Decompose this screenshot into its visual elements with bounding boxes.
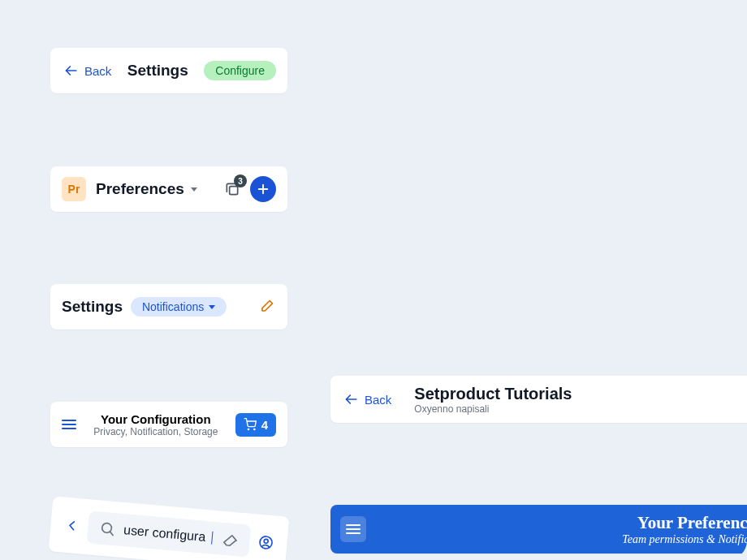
hamburger-icon[interactable] <box>346 524 361 534</box>
svg-point-2 <box>253 429 254 429</box>
banner-subtitle: Team permissions & Notifications <box>376 533 747 546</box>
search-value: user configura <box>123 523 206 545</box>
banner-your-preferences: Your Preferences Team permissions & Noti… <box>330 505 747 554</box>
pencil-icon[interactable] <box>257 297 276 317</box>
notifications-chip[interactable]: Notifications <box>131 297 227 317</box>
copy-count-badge: 3 <box>234 174 247 187</box>
add-button[interactable] <box>250 176 276 202</box>
page-subtitle: Privacy, Notification, Storage <box>81 426 231 437</box>
dropdown-caret[interactable] <box>191 187 197 192</box>
page-title: Setproduct Tutorials <box>414 385 572 403</box>
back-link[interactable]: Back <box>84 64 111 78</box>
svg-rect-0 <box>230 187 238 195</box>
page-title: Settings <box>127 62 188 80</box>
search-icon <box>97 518 118 539</box>
user-circle-icon[interactable] <box>256 532 277 553</box>
arrow-left-icon[interactable] <box>62 61 81 80</box>
banner-title: Your Preferences <box>376 513 747 533</box>
chevron-down-icon <box>209 305 215 309</box>
chip-label: Notifications <box>142 300 204 313</box>
header-setproduct: Back Setproduct Tutorials Oxyenno napisa… <box>330 376 747 423</box>
header-preferences: Pr Preferences 3 <box>50 166 287 212</box>
eraser-icon[interactable] <box>220 529 241 550</box>
arrow-left-icon[interactable] <box>342 390 361 409</box>
cart-button[interactable]: 4 <box>235 413 276 437</box>
page-title: Settings <box>62 298 123 316</box>
header-settings-notifications: Settings Notifications <box>50 284 287 330</box>
configure-chip[interactable]: Configure <box>204 61 276 80</box>
header-search-tilted: user configura <box>49 496 290 560</box>
svg-point-1 <box>248 429 248 429</box>
page-title: Your Configuration <box>81 412 231 426</box>
pr-badge: Pr <box>62 177 86 201</box>
back-link[interactable]: Back <box>365 393 391 407</box>
page-subtitle: Oxyenno napisali <box>414 403 572 415</box>
page-title: Preferences <box>96 180 184 198</box>
hamburger-icon[interactable] <box>62 420 76 429</box>
header-back-settings: Back Settings Configure <box>50 48 287 93</box>
header-your-configuration: Your Configuration Privacy, Notification… <box>50 402 287 447</box>
svg-point-5 <box>264 539 268 543</box>
cart-count: 4 <box>261 418 268 432</box>
chevron-left-icon[interactable] <box>61 515 82 536</box>
copy-icon[interactable]: 3 <box>222 179 242 199</box>
search-input[interactable]: user configura <box>87 510 252 557</box>
